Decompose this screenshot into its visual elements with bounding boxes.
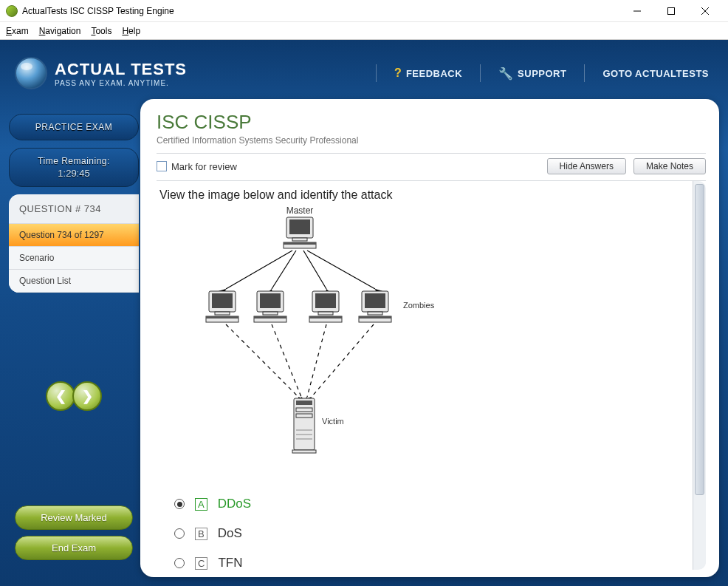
vertical-scrollbar[interactable] bbox=[693, 181, 706, 570]
next-question-button[interactable]: ❯ bbox=[72, 381, 102, 411]
exam-title: ISC CISSP bbox=[157, 111, 706, 134]
sidebar-item-question-list[interactable]: Question List bbox=[9, 270, 139, 293]
end-exam-button[interactable]: End Exam bbox=[15, 536, 133, 560]
exam-subtitle: Certified Information Systems Security P… bbox=[157, 135, 706, 146]
radio-icon bbox=[174, 499, 185, 509]
mark-for-review-checkbox[interactable]: Mark for review bbox=[157, 161, 237, 172]
svg-line-13 bbox=[307, 251, 375, 289]
svg-line-14 bbox=[226, 324, 298, 397]
window-titlebar: ActualTests ISC CISSP Testing Engine bbox=[0, 0, 728, 22]
make-notes-button[interactable]: Make Notes bbox=[633, 158, 706, 174]
main-panel: ISC CISSP Certified Information Systems … bbox=[140, 99, 719, 577]
answer-letter: B bbox=[195, 528, 207, 540]
scrollbar-thumb[interactable] bbox=[695, 184, 704, 495]
answer-text: TFN bbox=[218, 556, 242, 570]
svg-line-10 bbox=[226, 251, 292, 289]
svg-rect-19 bbox=[296, 401, 312, 405]
brand-logo: ACTUAL TESTS PASS ANY EXAM. ANYTIME. bbox=[15, 57, 187, 89]
logo-mark-icon bbox=[15, 57, 47, 89]
divider bbox=[584, 64, 585, 82]
window-title: ActualTests ISC CISSP Testing Engine bbox=[22, 6, 620, 16]
minimize-button[interactable] bbox=[620, 0, 654, 22]
sidebar: PRACTICE EXAM Time Remaining: 1:29:45 QU… bbox=[9, 114, 139, 560]
answer-letter: A bbox=[195, 498, 207, 511]
answer-option-c[interactable]: C TFN bbox=[174, 548, 687, 570]
diagram-zombies-label: Zombies bbox=[403, 301, 435, 310]
question-toolbar: Mark for review Hide Answers Make Notes bbox=[157, 153, 706, 181]
svg-rect-21 bbox=[296, 414, 312, 418]
menu-exam[interactable]: Exam bbox=[6, 26, 29, 36]
brand-name: ACTUAL TESTS bbox=[55, 60, 187, 79]
question-diagram: Master bbox=[182, 206, 687, 467]
sidebar-item-question[interactable]: Question 734 of 1297 bbox=[9, 224, 139, 247]
answer-option-b[interactable]: B DoS bbox=[174, 519, 687, 548]
goto-actualtests-link[interactable]: GOTO ACTUALTESTS bbox=[598, 65, 713, 82]
time-remaining-label: Time Remaining: bbox=[14, 156, 134, 166]
close-button[interactable] bbox=[688, 0, 722, 22]
brand-tagline: PASS ANY EXAM. ANYTIME. bbox=[55, 79, 187, 87]
menubar: Exam Navigation Tools Help bbox=[0, 22, 728, 40]
time-remaining-pill: Time Remaining: 1:29:45 bbox=[9, 148, 139, 187]
app-body: ACTUAL TESTS PASS ANY EXAM. ANYTIME. ?FE… bbox=[0, 40, 728, 586]
question-number-header: QUESTION # 734 bbox=[9, 194, 139, 224]
app-header: ACTUAL TESTS PASS ANY EXAM. ANYTIME. ?FE… bbox=[0, 40, 728, 106]
svg-line-16 bbox=[307, 324, 326, 397]
menu-navigation[interactable]: Navigation bbox=[39, 26, 81, 36]
app-icon bbox=[6, 5, 18, 17]
diagram-master-label: Master bbox=[286, 206, 314, 216]
time-remaining-value: 1:29:45 bbox=[14, 168, 134, 179]
svg-rect-18 bbox=[294, 398, 315, 450]
svg-line-11 bbox=[272, 251, 296, 289]
menu-help[interactable]: Help bbox=[122, 26, 140, 36]
sidebar-item-scenario[interactable]: Scenario bbox=[9, 247, 139, 270]
practice-exam-pill[interactable]: PRACTICE EXAM bbox=[9, 114, 139, 140]
divider bbox=[480, 64, 481, 82]
hide-answers-button[interactable]: Hide Answers bbox=[547, 158, 626, 174]
prev-question-button[interactable]: ❮ bbox=[46, 381, 75, 411]
question-nav-card: QUESTION # 734 Question 734 of 1297 Scen… bbox=[9, 194, 139, 293]
diagram-victim-label: Victim bbox=[322, 417, 344, 426]
menu-tools[interactable]: Tools bbox=[91, 26, 111, 36]
answer-text: DoS bbox=[218, 526, 242, 541]
radio-icon bbox=[174, 558, 185, 568]
svg-rect-20 bbox=[296, 408, 312, 412]
svg-rect-1 bbox=[668, 7, 675, 14]
header-links: ?FEEDBACK 🔧SUPPORT GOTO ACTUALTESTS bbox=[376, 64, 713, 84]
answer-list: A DDoS B DoS C TFN bbox=[174, 489, 687, 570]
answer-option-a[interactable]: A DDoS bbox=[174, 489, 687, 519]
wrench-icon: 🔧 bbox=[498, 67, 513, 81]
divider bbox=[376, 64, 377, 82]
feedback-link[interactable]: ?FEEDBACK bbox=[390, 64, 467, 83]
answer-text: DDoS bbox=[218, 497, 251, 511]
question-scroll-area[interactable]: View the image below and identify the at… bbox=[157, 181, 693, 570]
svg-line-15 bbox=[272, 324, 301, 397]
checkbox-icon bbox=[157, 161, 167, 171]
review-marked-button[interactable]: Review Marked bbox=[15, 505, 133, 530]
svg-rect-25 bbox=[292, 450, 316, 453]
maximize-button[interactable] bbox=[654, 0, 688, 22]
nav-arrows: ❮ ❯ bbox=[9, 381, 139, 411]
answer-letter: C bbox=[195, 557, 207, 570]
question-text: View the image below and identify the at… bbox=[159, 188, 687, 202]
support-link[interactable]: 🔧SUPPORT bbox=[494, 64, 571, 84]
radio-icon bbox=[174, 528, 185, 539]
question-icon: ? bbox=[394, 67, 402, 80]
svg-line-17 bbox=[312, 324, 374, 397]
svg-line-12 bbox=[303, 251, 326, 289]
